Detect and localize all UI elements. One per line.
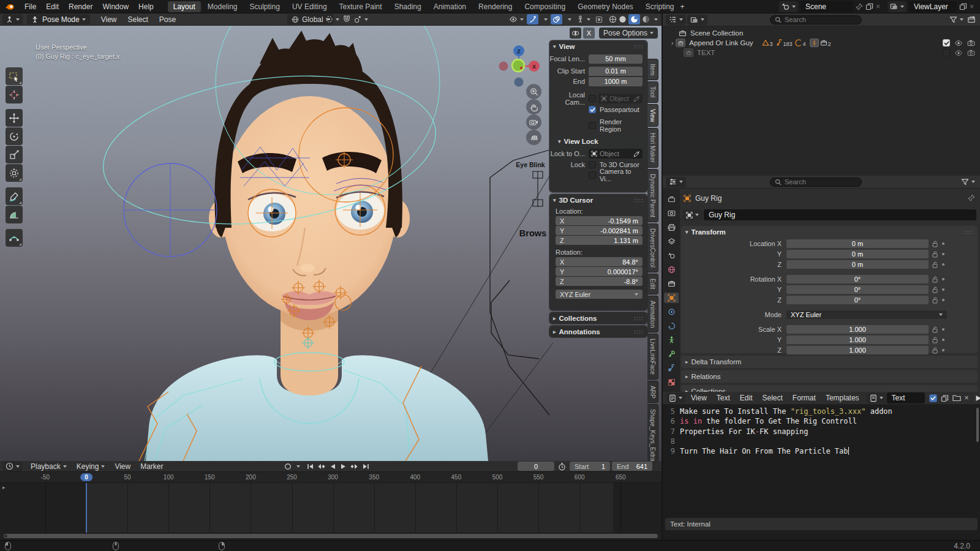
pan-hand-button[interactable] xyxy=(526,99,541,114)
sidebar-tab-animation[interactable]: Animation xyxy=(647,296,658,332)
animate-dot-icon[interactable] xyxy=(942,328,944,331)
sidebar-tab-dynamic-parent[interactable]: Dynamic Parent xyxy=(647,169,658,222)
outliner-search-input[interactable]: Search xyxy=(770,15,862,24)
lock-3d-cursor-checkbox[interactable] xyxy=(589,161,596,168)
show-gizmo-toggle[interactable] xyxy=(527,14,538,24)
snap-toggle[interactable] xyxy=(341,14,352,24)
proportional-editing-selector[interactable] xyxy=(352,14,370,24)
transform-rotation-z-field[interactable]: 0° xyxy=(786,296,929,305)
workspace-tab-compositing[interactable]: Compositing xyxy=(519,1,571,12)
cursor-rotation-y-field[interactable]: Y0.000017° xyxy=(556,267,643,276)
open-text-icon[interactable] xyxy=(952,394,961,402)
transform-location-z-field[interactable]: 0 m xyxy=(786,260,929,269)
viewport-menu-select[interactable]: Select xyxy=(123,15,154,24)
auto-keying-toggle[interactable] xyxy=(282,461,293,471)
pan-dots-icon[interactable]: :::: xyxy=(634,43,644,50)
properties-tab-tool-icon[interactable] xyxy=(664,194,679,204)
current-frame-field[interactable]: 0 xyxy=(518,462,554,471)
viewport-menu-pose[interactable]: Pose xyxy=(154,15,181,24)
lock-icon[interactable] xyxy=(932,261,938,268)
animate-dot-icon[interactable] xyxy=(942,288,944,291)
tool-select-box[interactable] xyxy=(6,67,23,85)
cursor-location-x-field[interactable]: X-0.1549 m xyxy=(556,216,643,225)
tool-cursor[interactable] xyxy=(6,86,23,103)
properties-tab-texture-icon[interactable] xyxy=(664,377,679,388)
mode-selector[interactable]: Pose Mode xyxy=(27,14,90,24)
editor-type-selector[interactable] xyxy=(2,14,23,24)
duplicate-viewlayer-icon[interactable] xyxy=(959,2,967,10)
viewport-menu-view[interactable]: View xyxy=(96,15,123,24)
workspace-tab-geometry-nodes[interactable]: Geometry Nodes xyxy=(572,1,639,12)
frame-start-field[interactable]: Start1 xyxy=(570,462,610,471)
text-menu-edit[interactable]: Edit xyxy=(735,394,758,402)
scene-name-field[interactable]: Scene xyxy=(801,1,853,12)
channel-expand-icon[interactable]: ▸ xyxy=(2,484,6,490)
timeline-menu-view[interactable]: View xyxy=(110,462,135,471)
render-region-checkbox[interactable] xyxy=(589,122,596,129)
scene-selector[interactable] xyxy=(779,1,798,12)
sidebar-tab-hori-maker[interactable]: Hori Maker xyxy=(647,128,658,168)
lock-icon[interactable] xyxy=(932,326,938,333)
cursor-rotation-x-field[interactable]: X84.8° xyxy=(556,257,643,266)
hide-eye-icon[interactable] xyxy=(954,39,963,47)
viewlayer-selector[interactable] xyxy=(888,1,907,12)
duplicate-scene-icon[interactable] xyxy=(865,2,873,10)
topbar-menu-window[interactable]: Window xyxy=(97,2,134,11)
tool-scale[interactable] xyxy=(6,146,23,163)
lock-icon[interactable] xyxy=(932,347,938,354)
cursor-location-y-field[interactable]: Y-0.002841 m xyxy=(556,226,643,235)
use-preview-range-icon[interactable] xyxy=(558,462,566,471)
properties-tab-constraints-icon[interactable] xyxy=(664,307,679,317)
cursor-rotation-z-field[interactable]: Z-8.8° xyxy=(556,277,643,286)
pose-mirror-icon[interactable] xyxy=(570,28,581,39)
properties-tab-object-data-icon[interactable] xyxy=(664,335,679,345)
exclude-checkbox[interactable] xyxy=(943,39,950,47)
animate-dot-icon[interactable] xyxy=(942,263,944,266)
timeline-tracks[interactable]: ▸ xyxy=(0,483,662,533)
text-editor-content[interactable]: 5Make sure To Install The "rig_tools_3.x… xyxy=(663,405,980,457)
local-camera-checkbox[interactable] xyxy=(589,95,596,102)
animate-dot-icon[interactable] xyxy=(942,349,944,351)
outliner-row-text[interactable]: TEXT xyxy=(663,48,980,58)
workspace-tab-shading[interactable]: Shading xyxy=(389,1,427,12)
rotation-mode-dropdown[interactable]: XYZ Euler xyxy=(786,310,947,320)
transform-rotation-y-field[interactable]: 0° xyxy=(786,285,929,294)
pin-icon[interactable] xyxy=(968,194,975,201)
clip-start-field[interactable]: 0.01 m xyxy=(589,67,643,76)
tool-move[interactable] xyxy=(6,109,23,127)
run-script-icon[interactable] xyxy=(975,395,980,402)
cursor-location-z-field[interactable]: Z1.131 m xyxy=(556,236,643,245)
disable-render-icon[interactable] xyxy=(967,39,975,47)
properties-tab-object-icon[interactable] xyxy=(664,293,679,303)
text-menu-view[interactable]: View xyxy=(686,394,712,402)
animate-dot-icon[interactable] xyxy=(942,278,944,280)
shading-rendered-button[interactable] xyxy=(642,15,650,23)
lock-icon[interactable] xyxy=(932,297,938,304)
jump-to-start-button[interactable] xyxy=(305,462,315,471)
cursor-rotation-mode-dropdown[interactable]: XYZ Euler xyxy=(556,290,643,299)
pin-icon[interactable] xyxy=(856,3,863,10)
expand-arrow-icon[interactable]: › xyxy=(671,40,673,47)
properties-editor-type-selector[interactable] xyxy=(666,177,686,187)
lock-icon[interactable] xyxy=(932,251,938,258)
tool-transform[interactable] xyxy=(6,164,23,182)
properties-tab-world-icon[interactable] xyxy=(664,264,679,275)
properties-tab-collection-icon[interactable] xyxy=(664,279,679,289)
close-viewlayer-icon[interactable]: × xyxy=(970,2,974,11)
sidebar-tab-arp[interactable]: ARP xyxy=(647,381,658,403)
sidebar-tab-item[interactable]: Item xyxy=(647,59,658,80)
properties-tab-bone-icon[interactable] xyxy=(664,349,679,359)
view-panel-header[interactable]: ▾ View:::: xyxy=(549,40,647,53)
zoom-button[interactable] xyxy=(526,84,541,99)
pivot-point-selector[interactable] xyxy=(323,14,341,24)
properties-tab-physics-icon[interactable] xyxy=(664,321,679,331)
workspace-tab-animation[interactable]: Animation xyxy=(428,1,472,12)
tool-pose-breakdowner[interactable] xyxy=(6,229,23,247)
code-line-7[interactable]: 7Properties For IK-FK snapping xyxy=(663,427,980,437)
transform-scale-x-field[interactable]: 1.000 xyxy=(786,325,929,334)
playhead[interactable] xyxy=(86,483,87,533)
text-editor-type-selector[interactable] xyxy=(666,393,685,403)
timeline-scrollbar[interactable] xyxy=(4,534,658,538)
animate-dot-icon[interactable] xyxy=(942,242,944,245)
topbar-menu-file[interactable]: File xyxy=(20,2,41,11)
